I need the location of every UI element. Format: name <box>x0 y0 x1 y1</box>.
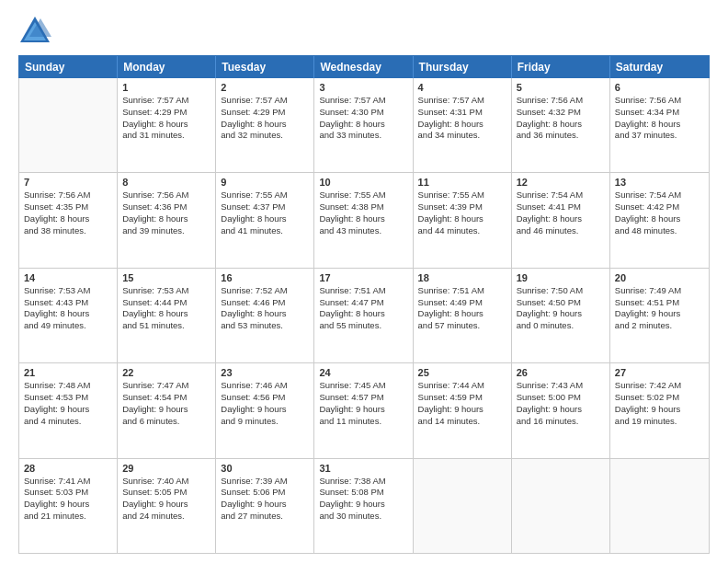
day-info-line: and 46 minutes. <box>517 225 605 237</box>
day-info-line: Sunset: 4:46 PM <box>221 297 309 309</box>
day-number: 24 <box>319 367 407 378</box>
day-number: 22 <box>122 367 210 378</box>
day-info-line: Sunrise: 7:44 AM <box>418 380 506 392</box>
calendar-cell: 2Sunrise: 7:57 AMSunset: 4:29 PMDaylight… <box>216 78 314 172</box>
day-info-line: Sunset: 4:49 PM <box>418 297 506 309</box>
day-info-line: Sunset: 4:51 PM <box>615 297 704 309</box>
day-info-line: Sunset: 4:54 PM <box>122 392 210 404</box>
day-info-line: and 53 minutes. <box>221 320 309 332</box>
calendar-cell: 11Sunrise: 7:55 AMSunset: 4:39 PMDayligh… <box>414 173 512 267</box>
day-info-line: Sunset: 4:42 PM <box>615 201 704 213</box>
calendar-cell: 17Sunrise: 7:51 AMSunset: 4:47 PMDayligh… <box>314 269 413 362</box>
day-number: 31 <box>319 463 407 474</box>
day-number: 12 <box>517 177 605 188</box>
day-info-line: Daylight: 8 hours <box>221 119 309 131</box>
calendar-header: SundayMondayTuesdayWednesdayThursdayFrid… <box>18 55 710 78</box>
calendar-row-1: 7Sunrise: 7:56 AMSunset: 4:35 PMDaylight… <box>19 173 709 268</box>
day-info-line: Sunset: 4:44 PM <box>122 297 210 309</box>
day-info-line: Sunset: 5:06 PM <box>221 487 309 499</box>
calendar-cell: 14Sunrise: 7:53 AMSunset: 4:43 PMDayligh… <box>19 269 118 362</box>
day-number: 1 <box>122 82 210 93</box>
day-info-line: and 36 minutes. <box>517 130 605 142</box>
day-number: 2 <box>221 82 309 93</box>
day-info-line: and 39 minutes. <box>122 225 210 237</box>
day-info-line: Sunrise: 7:42 AM <box>615 380 704 392</box>
day-number: 21 <box>24 367 112 378</box>
day-info-line: Sunrise: 7:48 AM <box>24 380 112 392</box>
day-info-line: Sunrise: 7:40 AM <box>122 476 210 488</box>
calendar-cell: 29Sunrise: 7:40 AMSunset: 5:05 PMDayligh… <box>118 459 216 553</box>
day-info-line: Sunrise: 7:56 AM <box>615 95 704 107</box>
day-info-line: Daylight: 9 hours <box>517 308 605 320</box>
day-number: 27 <box>615 367 704 378</box>
page: SundayMondayTuesdayWednesdayThursdayFrid… <box>0 0 728 563</box>
day-number: 5 <box>517 82 605 93</box>
day-info-line: Daylight: 8 hours <box>221 308 309 320</box>
header <box>18 15 710 48</box>
day-info-line: Daylight: 9 hours <box>221 404 309 416</box>
day-info-line: Daylight: 9 hours <box>24 499 112 511</box>
day-number: 18 <box>418 272 506 283</box>
day-header-tuesday: Tuesday <box>216 56 314 78</box>
logo-icon <box>18 15 51 48</box>
calendar-cell: 30Sunrise: 7:39 AMSunset: 5:06 PMDayligh… <box>216 459 314 553</box>
calendar-row-3: 21Sunrise: 7:48 AMSunset: 4:53 PMDayligh… <box>19 363 709 458</box>
day-number: 11 <box>418 177 506 188</box>
day-number: 9 <box>221 177 309 188</box>
calendar-cell <box>414 459 512 553</box>
day-number: 16 <box>221 272 309 283</box>
day-number: 17 <box>319 272 407 283</box>
calendar-cell: 22Sunrise: 7:47 AMSunset: 4:54 PMDayligh… <box>118 363 216 457</box>
day-number: 13 <box>615 177 704 188</box>
day-info-line: Daylight: 8 hours <box>517 213 605 225</box>
day-info-line: Sunrise: 7:55 AM <box>221 190 309 201</box>
day-info-line: and 49 minutes. <box>24 320 112 332</box>
calendar-body: 1Sunrise: 7:57 AMSunset: 4:29 PMDaylight… <box>18 78 710 554</box>
calendar-cell <box>610 459 709 553</box>
day-info-line: Sunset: 5:05 PM <box>122 487 210 499</box>
day-info-line: Sunset: 4:29 PM <box>122 107 210 119</box>
day-number: 19 <box>517 272 605 283</box>
day-info-line: Sunrise: 7:55 AM <box>319 190 407 201</box>
day-info-line: Sunset: 4:37 PM <box>221 201 309 213</box>
day-info-line: Sunrise: 7:45 AM <box>319 380 407 392</box>
day-info-line: Sunset: 4:59 PM <box>418 392 506 404</box>
day-info-line: Sunrise: 7:38 AM <box>319 476 407 488</box>
day-info-line: Sunrise: 7:39 AM <box>221 476 309 488</box>
day-number: 6 <box>615 82 704 93</box>
day-info-line: and 14 minutes. <box>418 416 506 428</box>
day-info-line: Daylight: 9 hours <box>319 499 407 511</box>
calendar-cell: 28Sunrise: 7:41 AMSunset: 5:03 PMDayligh… <box>19 459 118 553</box>
day-info-line: Daylight: 9 hours <box>24 404 112 416</box>
day-info-line: Sunset: 4:43 PM <box>24 297 112 309</box>
day-info-line: Sunset: 4:41 PM <box>517 201 605 213</box>
day-info-line: Daylight: 9 hours <box>517 404 605 416</box>
day-info-line: Sunrise: 7:56 AM <box>24 190 112 201</box>
day-info-line: Sunrise: 7:46 AM <box>221 380 309 392</box>
day-info-line: and 16 minutes. <box>517 416 605 428</box>
day-info-line: Daylight: 8 hours <box>615 119 704 131</box>
day-info-line: and 6 minutes. <box>122 416 210 428</box>
day-info-line: Daylight: 8 hours <box>615 213 704 225</box>
day-info-line: and 43 minutes. <box>319 225 407 237</box>
day-info-line: Sunset: 4:50 PM <box>517 297 605 309</box>
day-info-line: Sunrise: 7:47 AM <box>122 380 210 392</box>
calendar-cell: 10Sunrise: 7:55 AMSunset: 4:38 PMDayligh… <box>314 173 413 267</box>
calendar-cell: 8Sunrise: 7:56 AMSunset: 4:36 PMDaylight… <box>118 173 216 267</box>
calendar-cell: 27Sunrise: 7:42 AMSunset: 5:02 PMDayligh… <box>610 363 709 457</box>
calendar: SundayMondayTuesdayWednesdayThursdayFrid… <box>18 55 710 554</box>
calendar-cell: 26Sunrise: 7:43 AMSunset: 5:00 PMDayligh… <box>512 363 610 457</box>
day-number: 25 <box>418 367 506 378</box>
calendar-cell: 5Sunrise: 7:56 AMSunset: 4:32 PMDaylight… <box>512 78 610 172</box>
day-number: 23 <box>221 367 309 378</box>
calendar-cell: 18Sunrise: 7:51 AMSunset: 4:49 PMDayligh… <box>414 269 512 362</box>
day-info-line: Sunset: 4:32 PM <box>517 107 605 119</box>
day-info-line: Sunrise: 7:51 AM <box>418 285 506 297</box>
day-info-line: Daylight: 8 hours <box>122 213 210 225</box>
day-info-line: and 19 minutes. <box>615 416 704 428</box>
day-info-line: and 31 minutes. <box>122 130 210 142</box>
calendar-row-0: 1Sunrise: 7:57 AMSunset: 4:29 PMDaylight… <box>19 78 709 173</box>
day-info-line: and 21 minutes. <box>24 511 112 523</box>
day-info-line: and 11 minutes. <box>319 416 407 428</box>
day-info-line: Sunset: 4:29 PM <box>221 107 309 119</box>
